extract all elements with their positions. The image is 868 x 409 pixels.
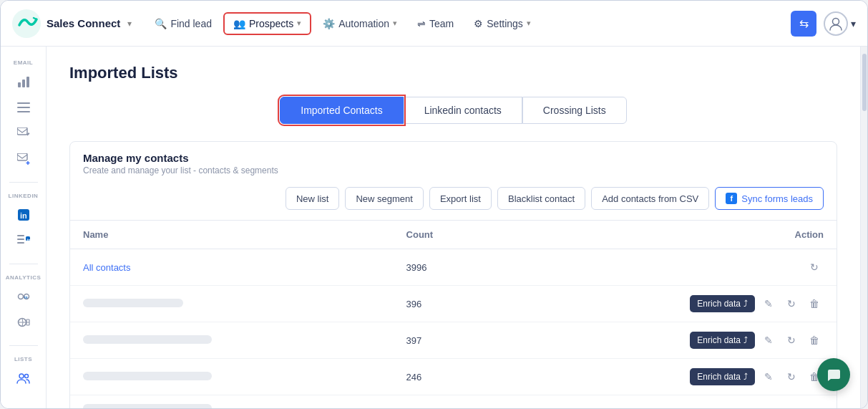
refresh-button[interactable]: ↻ <box>805 258 824 276</box>
automation-chevron-icon: ▾ <box>393 19 397 28</box>
table-row: 396 Enrich data ⤴ ✎ ↻ 🗑 <box>70 286 837 322</box>
skeleton-name <box>83 299 183 307</box>
contact-count-cell: 246 <box>394 359 504 395</box>
new-list-button[interactable]: New list <box>286 187 340 210</box>
tab-imported-contacts[interactable]: Imported Contacts <box>280 97 403 124</box>
share-icon: ⤴ <box>743 299 748 309</box>
edit-button[interactable]: ✎ <box>759 294 778 313</box>
svg-rect-6 <box>17 107 30 108</box>
brand-logo[interactable]: Sales Connect ▾ <box>12 9 132 38</box>
lists-section-label: LISTS <box>14 356 32 362</box>
add-contacts-csv-button[interactable]: Add contacts from CSV <box>591 187 709 210</box>
email-section-label: EMAIL <box>14 59 33 66</box>
edit-button[interactable]: ✎ <box>759 367 778 386</box>
refresh-button[interactable]: ↻ <box>782 367 801 386</box>
sidebar-section-analytics: ANALYTICS in <box>1 270 46 340</box>
edit-button[interactable]: ✎ <box>759 331 778 350</box>
svg-rect-7 <box>17 111 30 112</box>
new-segment-button[interactable]: New segment <box>345 187 423 210</box>
action-cell: Enrich data ⤴ ✎ ↻ 🗑 <box>516 408 824 409</box>
svg-text:in: in <box>20 211 27 220</box>
nav-team[interactable]: ⇌ Team <box>409 14 462 34</box>
sidebar-menu-icon[interactable] <box>11 95 36 120</box>
svg-rect-16 <box>17 242 24 244</box>
contact-action-cell: ↻ <box>503 249 837 286</box>
sidebar-list-linkedin-icon[interactable]: in <box>11 228 36 254</box>
svg-point-1 <box>833 18 839 24</box>
manage-title-area: Manage my contacts Create and manage you… <box>83 152 278 175</box>
refresh-button[interactable]: ↻ <box>782 331 801 350</box>
svg-rect-15 <box>17 239 24 240</box>
svg-rect-9 <box>17 153 27 160</box>
svg-rect-14 <box>17 235 24 236</box>
tab-crossing-lists[interactable]: Crossing Lists <box>522 97 627 124</box>
nav-settings[interactable]: ⚙ Settings ▾ <box>465 14 540 34</box>
contact-action-cell: Enrich data ⤴ ✎ ↻ 🗑 <box>503 359 837 395</box>
enrich-data-button[interactable]: Enrich data ⤴ <box>690 295 755 312</box>
find-lead-icon: 🔍 <box>155 18 167 29</box>
table-row: 196 Enrich data ⤴ ✎ ↻ 🗑 <box>70 395 837 409</box>
sync-forms-leads-button[interactable]: f Sync forms leads <box>715 187 824 210</box>
sidebar-link-linkedin-icon[interactable]: in <box>11 284 36 309</box>
brand-name: Sales Connect <box>47 17 120 29</box>
linkedin-section-label: LINKEDIN <box>9 193 39 199</box>
svg-point-28 <box>24 375 28 378</box>
manage-section: Manage my contacts Create and manage you… <box>69 141 837 408</box>
enrich-data-button[interactable]: Enrich data ⤴ <box>690 368 755 385</box>
sidebar-linkedin-icon[interactable]: in <box>11 202 36 228</box>
table-row: All contacts 3996 ↻ <box>70 249 837 286</box>
table-row: 246 Enrich data ⤴ ✎ ↻ 🗑 <box>70 359 837 395</box>
contact-count-cell: 196 <box>394 395 504 409</box>
delete-button[interactable]: 🗑 <box>805 331 824 350</box>
nav-automation[interactable]: ⚙️ Automation ▾ <box>314 14 406 34</box>
settings-chevron-icon: ▾ <box>527 19 531 28</box>
logo-icon <box>12 9 41 38</box>
tab-linkedin-contacts[interactable]: Linkedin contacts <box>404 97 522 124</box>
sidebar-divider-2 <box>9 264 38 264</box>
sidebar-email-edit-icon[interactable] <box>11 120 36 146</box>
export-list-button[interactable]: Export list <box>429 187 492 210</box>
skeleton-name <box>83 335 212 344</box>
svg-point-27 <box>19 374 24 378</box>
brand-chevron-icon: ▾ <box>127 19 132 29</box>
svg-rect-2 <box>18 82 21 87</box>
scrollbar-thumb <box>862 54 867 111</box>
blacklist-contact-button[interactable]: Blacklist contact <box>497 187 585 210</box>
nav-find-lead[interactable]: 🔍 Find lead <box>146 14 220 34</box>
user-menu-button[interactable]: ▾ <box>824 11 856 36</box>
col-name-header: Name <box>70 221 394 249</box>
team-icon: ⇌ <box>417 18 426 29</box>
chat-fab-button[interactable] <box>817 358 850 391</box>
sidebar-globe-table-icon[interactable] <box>11 309 36 335</box>
sidebar-chart-icon[interactable] <box>11 69 36 95</box>
col-count-header: Count <box>394 221 504 249</box>
action-cell: Enrich data ⤴ ✎ ↻ 🗑 <box>516 331 824 350</box>
delete-button[interactable]: 🗑 <box>805 408 824 409</box>
all-contacts-link[interactable]: All contacts <box>83 262 130 273</box>
nav-prospects[interactable]: 👥 Prospects ▾ <box>223 12 311 35</box>
action-cell: Enrich data ⤴ ✎ ↻ 🗑 <box>516 294 824 313</box>
enrich-data-button[interactable]: Enrich data ⤴ <box>690 408 755 409</box>
manage-title: Manage my contacts <box>83 152 278 164</box>
svg-text:in: in <box>24 295 27 299</box>
toggle-icon-button[interactable]: ⇆ <box>791 11 816 37</box>
manage-actions: New list New segment Export list Blackli… <box>286 187 824 210</box>
manage-subtitle: Create and manage your list - contacts &… <box>83 165 278 175</box>
contact-name-cell <box>70 359 394 395</box>
sidebar-divider-1 <box>9 182 38 183</box>
table-row: 397 Enrich data ⤴ ✎ ↻ 🗑 <box>70 322 837 359</box>
action-cell: Enrich data ⤴ ✎ ↻ 🗑 <box>516 367 824 386</box>
refresh-button[interactable]: ↻ <box>782 408 801 409</box>
page-content: Imported Lists Imported Contacts Linkedi… <box>47 47 860 408</box>
refresh-button[interactable]: ↻ <box>782 294 801 313</box>
sidebar-email-plus-icon[interactable] <box>11 146 36 172</box>
delete-button[interactable]: 🗑 <box>805 294 824 313</box>
sidebar-users-group-icon[interactable] <box>11 365 36 391</box>
share-icon: ⤴ <box>743 335 748 345</box>
edit-button[interactable]: ✎ <box>759 408 778 409</box>
avatar <box>824 11 848 36</box>
enrich-data-button[interactable]: Enrich data ⤴ <box>690 332 755 349</box>
table-body: All contacts 3996 ↻ <box>70 249 837 409</box>
scrollbar[interactable] <box>860 47 867 408</box>
contact-action-cell: Enrich data ⤴ ✎ ↻ 🗑 <box>503 286 837 322</box>
